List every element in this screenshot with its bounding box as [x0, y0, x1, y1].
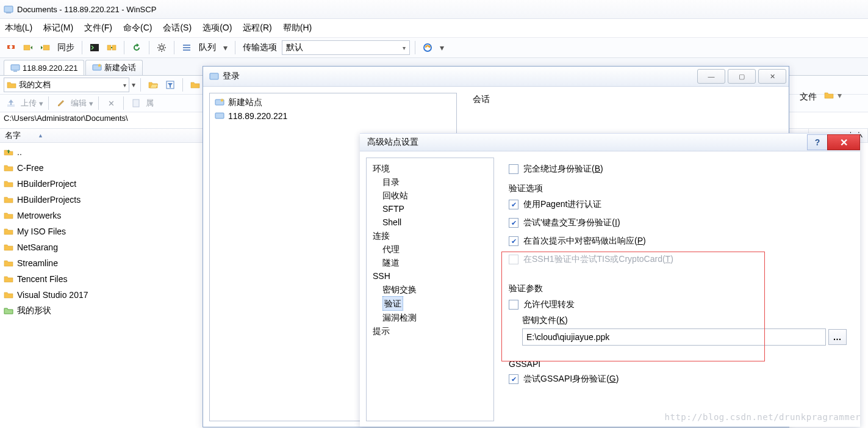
pc-icon [215, 111, 224, 121]
nav-conn[interactable]: 连接 [369, 229, 491, 242]
keyfile-label: 密钥文件(K) [522, 315, 568, 325]
main-toolbar: 同步 队列 ▾ 传输选项 默认 ▾ [0, 38, 868, 58]
close-button[interactable]: ✕ [827, 134, 860, 150]
nav-bug[interactable]: 漏洞检测 [369, 311, 491, 324]
nav-ssh[interactable]: SSH [369, 269, 491, 283]
svg-rect-8 [183, 45, 190, 46]
svg-rect-18 [210, 73, 218, 79]
menu-cmd[interactable]: 命令(C) [123, 23, 152, 34]
folder-shortcut-icon[interactable] [188, 78, 203, 92]
delete-icon[interactable]: ✕ [104, 96, 118, 111]
pc-new-icon [215, 98, 224, 107]
window-titlebar: Documents - 118.89.220.221 - WinSCP [0, 0, 868, 19]
folder-icon [4, 179, 13, 189]
nav-sftp[interactable]: SFTP [369, 202, 491, 216]
remote-panel-remnant: 文件 ▾ [795, 87, 868, 123]
sync-browse-right-icon[interactable] [38, 40, 52, 55]
queue-label[interactable]: 队列 [199, 42, 216, 53]
kbdint-checkbox[interactable] [509, 218, 518, 228]
local-folder-combo[interactable]: 我的文档 [4, 78, 129, 92]
menu-remote[interactable]: 远程(R) [243, 23, 271, 34]
svg-rect-13 [13, 71, 17, 72]
filter-icon[interactable] [163, 78, 178, 92]
edit-icon[interactable] [54, 96, 68, 111]
menu-file[interactable]: 文件(F) [84, 23, 112, 34]
folder-icon [4, 211, 13, 220]
properties-label[interactable]: 属 [146, 98, 154, 109]
close-button[interactable]: ✕ [758, 69, 786, 84]
advanced-dialog-title: 高级站点设置 [367, 137, 418, 148]
folder-icon [4, 258, 13, 268]
auth-params-label: 验证参数 [509, 283, 847, 294]
transfer-preset-combo[interactable]: 默认 [282, 40, 410, 55]
tis-checkbox [509, 255, 518, 264]
gssapi-checkbox[interactable] [509, 374, 518, 384]
browse-keyfile-button[interactable]: … [828, 329, 847, 345]
upload-icon[interactable] [4, 96, 18, 111]
window-title: Documents - 118.89.220.221 - WinSCP [17, 5, 156, 14]
properties-icon[interactable] [129, 96, 143, 111]
nav-hint[interactable]: 提示 [369, 324, 491, 338]
tab-new-session[interactable]: 新建会话 [85, 60, 143, 75]
queue-icon[interactable] [179, 40, 194, 55]
nav-proxy[interactable]: 代理 [369, 242, 491, 256]
refresh-icon[interactable] [129, 40, 144, 55]
upload-label[interactable]: 上传 [21, 98, 37, 109]
pagent-checkbox[interactable] [509, 200, 518, 209]
tab-active-session[interactable]: 118.89.220.221 [4, 60, 84, 75]
agent-fwd-label: 允许代理转发 [523, 299, 575, 310]
reconnect-icon[interactable] [420, 40, 435, 55]
svg-rect-3 [43, 45, 49, 50]
menu-mark[interactable]: 标记(M) [43, 23, 73, 34]
nav-env[interactable]: 环境 [369, 162, 491, 175]
nav-tunnel[interactable]: 隧道 [369, 256, 491, 269]
tree-new-site[interactable]: 新建站点 [211, 96, 455, 109]
svg-rect-20 [215, 113, 224, 118]
sync-browse-left-icon[interactable] [21, 40, 35, 55]
sync-label[interactable]: 同步 [57, 42, 74, 53]
nav-kex[interactable]: 密钥交换 [369, 283, 491, 296]
nav-auth[interactable]: 验证 [369, 296, 491, 311]
tab-active-session-label: 118.89.220.221 [23, 63, 77, 73]
app-icon [4, 4, 13, 14]
folder-fav-icon[interactable] [824, 90, 834, 100]
svg-rect-9 [183, 47, 190, 48]
advanced-nav-tree[interactable]: 环境 目录 回收站 SFTP Shell 连接 代理 隧道 SSH 密钥交换 验… [366, 158, 494, 421]
folder-icon [4, 290, 13, 300]
menu-options[interactable]: 选项(O) [203, 23, 232, 34]
bypass-auth-label: 完全绕过身份验证(B) [523, 164, 603, 175]
sync-dirs-icon[interactable] [104, 40, 119, 55]
tis-label: 在SSH1验证中尝试TIS或CryptoCard(T) [523, 254, 673, 265]
keyfile-input[interactable] [522, 328, 826, 346]
agent-fwd-checkbox[interactable] [509, 300, 518, 310]
menu-help[interactable]: 帮助(H) [283, 23, 312, 34]
menu-session[interactable]: 会话(S) [163, 23, 192, 34]
auth-options-label: 验证选项 [509, 183, 847, 194]
bypass-auth-checkbox[interactable] [509, 164, 518, 174]
settings-icon[interactable] [154, 40, 169, 55]
tree-site-ip[interactable]: 118.89.220.221 [211, 109, 455, 123]
svg-point-11 [424, 44, 431, 51]
folder-icon [4, 227, 13, 236]
respond-pw-checkbox[interactable] [509, 236, 518, 246]
nav-dir[interactable]: 目录 [369, 175, 491, 189]
svg-rect-6 [112, 45, 116, 50]
menu-local[interactable]: 本地(L) [5, 23, 32, 34]
tab-new-session-label: 新建会话 [104, 62, 136, 73]
open-folder-icon[interactable] [146, 78, 160, 92]
nav-shell[interactable]: Shell [369, 216, 491, 229]
compare-icon[interactable] [4, 40, 18, 55]
edit-label[interactable]: 编辑 [71, 98, 87, 109]
nav-recycle[interactable]: 回收站 [369, 189, 491, 202]
watermark-text: http://blog.csdn.net/drunkpragrammer [665, 412, 861, 422]
pc-icon [10, 63, 20, 73]
help-button[interactable]: ? [807, 134, 828, 150]
maximize-button[interactable]: ▢ [728, 69, 756, 84]
respond-pw-label: 在首次提示中对密码做出响应(P) [523, 236, 646, 247]
terminal-icon[interactable] [87, 40, 102, 55]
minimize-button[interactable]: — [697, 69, 725, 84]
svg-rect-0 [4, 6, 13, 12]
svg-rect-17 [133, 100, 139, 107]
gssapi-label: GSSAPI [509, 359, 847, 369]
folder-icon [4, 163, 13, 173]
